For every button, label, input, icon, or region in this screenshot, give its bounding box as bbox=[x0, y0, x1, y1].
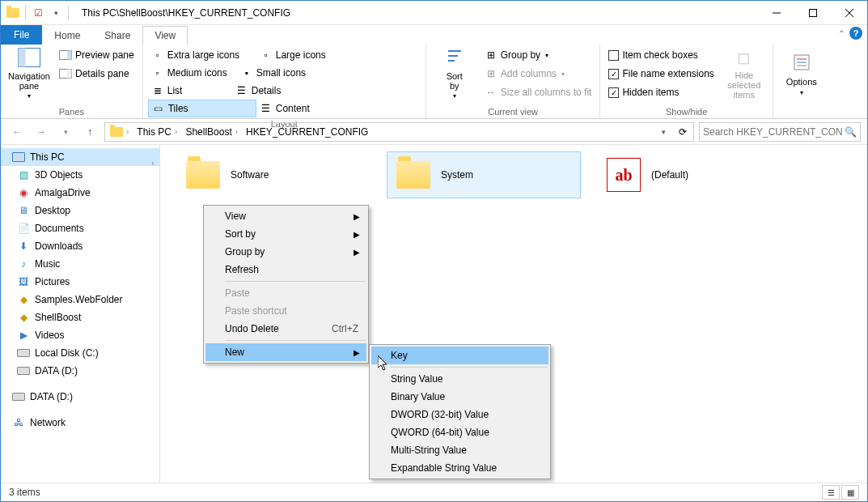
status-text: 3 items bbox=[9, 487, 40, 498]
tree-item[interactable]: 📄Documents bbox=[1, 219, 159, 237]
tile-item[interactable]: Software bbox=[176, 151, 370, 198]
qat-dropdown[interactable]: ▾ bbox=[47, 4, 65, 22]
search-input[interactable] bbox=[703, 126, 845, 138]
breadcrumb-item[interactable]: HKEY_CURRENT_CONFIG bbox=[243, 123, 371, 141]
show-hide-group: Item check boxes ✓File name extensions ✓… bbox=[600, 45, 773, 118]
expand-pane-icon[interactable]: ‹ bbox=[148, 147, 158, 179]
context-menu-item[interactable]: Group by▶ bbox=[205, 243, 366, 261]
minimize-button[interactable] bbox=[758, 1, 794, 24]
search-icon: 🔍 bbox=[845, 126, 857, 138]
group-by-button[interactable]: ⊞Group by▾ bbox=[481, 46, 595, 64]
file-extensions-toggle[interactable]: ✓File name extensions bbox=[605, 65, 717, 83]
context-menu-item[interactable]: DWORD (32-bit) Value bbox=[371, 406, 548, 423]
tile-item[interactable]: System bbox=[387, 151, 581, 198]
string-value-icon: ab bbox=[607, 158, 641, 192]
hidden-items-toggle[interactable]: ✓Hidden items bbox=[605, 83, 717, 101]
tiles-button[interactable]: ▭Tiles bbox=[148, 100, 256, 117]
context-menu-item[interactable]: String Value bbox=[371, 370, 548, 388]
tree-item[interactable]: ⬇Downloads bbox=[1, 237, 159, 255]
navigation-pane-button[interactable]: Navigation pane ▾ bbox=[6, 46, 53, 100]
file-tab[interactable]: File bbox=[1, 25, 42, 45]
context-menu-item[interactable]: Undo DeleteCtrl+Z bbox=[205, 320, 366, 338]
content-button[interactable]: ☰Content bbox=[256, 100, 341, 117]
new-submenu: KeyString ValueBinary ValueDWORD (32-bit… bbox=[369, 344, 551, 479]
item-checkboxes-toggle[interactable]: Item check boxes bbox=[605, 46, 717, 64]
context-menu-item: Paste shortcut bbox=[205, 302, 366, 320]
context-menu: View▶Sort by▶Group by▶RefreshPastePaste … bbox=[203, 205, 369, 364]
help-icon[interactable]: ? bbox=[849, 27, 862, 40]
context-menu-item[interactable]: New▶ bbox=[205, 343, 366, 361]
details-pane-button[interactable]: Details pane bbox=[56, 65, 138, 83]
tree-item[interactable]: ▧3D Objects bbox=[1, 166, 159, 184]
tile-label: System bbox=[441, 169, 473, 181]
minimize-ribbon-icon[interactable]: ⌃ bbox=[838, 29, 845, 38]
breadcrumb-item[interactable]: ShellBoost› bbox=[182, 123, 241, 141]
context-menu-item[interactable]: Sort by▶ bbox=[205, 225, 366, 243]
folder-icon bbox=[396, 161, 430, 189]
tree-item[interactable]: DATA (D:) bbox=[1, 388, 159, 406]
current-view-group: Sort by ▾ ⊞Group by▾ ⊞Add columns▾ ↔Size… bbox=[426, 45, 601, 118]
tile-label: Software bbox=[231, 169, 269, 181]
maximize-button[interactable] bbox=[794, 1, 831, 24]
tile-label: (Default) bbox=[651, 169, 688, 181]
options-group: Options ▾ bbox=[773, 45, 830, 118]
breadcrumb-item[interactable]: This PC› bbox=[133, 123, 180, 141]
up-button[interactable]: ↑ bbox=[80, 122, 100, 142]
medium-icons-button[interactable]: ▫Medium icons bbox=[148, 64, 237, 82]
context-menu-item[interactable]: Expandable String Value bbox=[371, 459, 548, 477]
options-button[interactable]: Options ▾ bbox=[778, 46, 825, 100]
tree-item-this-pc[interactable]: This PC bbox=[1, 148, 159, 166]
tree-item[interactable]: ◉AmalgaDrive bbox=[1, 184, 159, 202]
search-box[interactable]: 🔍 bbox=[699, 122, 861, 142]
navigation-pane[interactable]: ‹ This PC ▧3D Objects ◉AmalgaDrive 🖥Desk… bbox=[1, 145, 160, 483]
quick-access-toolbar: ☑ ▾ bbox=[1, 4, 75, 22]
tree-item[interactable]: 🖼Pictures bbox=[1, 273, 159, 291]
tile-item[interactable]: ab (Default) bbox=[597, 151, 791, 198]
recent-button[interactable]: ▾ bbox=[56, 122, 75, 142]
context-menu-item[interactable]: View▶ bbox=[205, 207, 366, 225]
close-button[interactable] bbox=[831, 1, 867, 24]
tree-item[interactable]: ◆ShellBoost bbox=[1, 308, 159, 326]
tree-item-network[interactable]: 🖧Network bbox=[1, 414, 159, 432]
tree-item[interactable]: 🖥Desktop bbox=[1, 202, 159, 219]
hide-selected-button[interactable]: ◻ Hide selected items bbox=[721, 46, 768, 100]
context-menu-item[interactable]: Multi-String Value bbox=[371, 441, 548, 459]
large-icons-button[interactable]: ▫Large icons bbox=[256, 46, 341, 64]
history-dropdown[interactable]: ▾ bbox=[654, 123, 672, 141]
add-columns-button[interactable]: ⊞Add columns▾ bbox=[481, 65, 595, 83]
forward-button[interactable]: → bbox=[32, 122, 51, 142]
extra-large-icons-button[interactable]: ▫Extra large icons bbox=[148, 46, 256, 64]
context-menu-item[interactable]: Refresh bbox=[205, 261, 366, 279]
list-button[interactable]: ≣List bbox=[148, 82, 232, 100]
size-all-columns-button[interactable]: ↔Size all columns to fit bbox=[481, 83, 595, 101]
address-bar[interactable]: › This PC› ShellBoost› HKEY_CURRENT_CONF… bbox=[104, 122, 694, 142]
back-button[interactable]: ← bbox=[7, 122, 27, 142]
context-menu-item[interactable]: Key bbox=[371, 347, 548, 364]
properties-button[interactable]: ☑ bbox=[29, 4, 47, 22]
small-icons-button[interactable]: ▪Small icons bbox=[237, 64, 345, 82]
address-row: ← → ▾ ↑ › This PC› ShellBoost› HKEY_CURR… bbox=[1, 119, 867, 145]
tree-item[interactable]: ♪Music bbox=[1, 255, 159, 273]
tree-item[interactable]: Local Disk (C:) bbox=[1, 344, 159, 362]
svg-rect-1 bbox=[809, 9, 816, 16]
context-menu-item[interactable]: QWORD (64-bit) Value bbox=[371, 423, 548, 441]
home-tab[interactable]: Home bbox=[42, 26, 92, 45]
context-menu-item[interactable]: Binary Value bbox=[371, 388, 548, 406]
folder-icon bbox=[186, 161, 220, 189]
details-button[interactable]: ☰Details bbox=[232, 82, 321, 100]
share-tab[interactable]: Share bbox=[92, 26, 142, 45]
details-view-button[interactable]: ☰ bbox=[822, 485, 840, 500]
view-tab[interactable]: View bbox=[142, 26, 188, 45]
large-icons-view-button[interactable]: ▦ bbox=[841, 485, 859, 500]
tree-item[interactable]: ◆Samples.WebFolder bbox=[1, 291, 159, 308]
tree-item[interactable]: ▶Videos bbox=[1, 326, 159, 344]
folder-icon bbox=[4, 4, 22, 22]
preview-pane-button[interactable]: Preview pane bbox=[56, 46, 138, 64]
sort-by-button[interactable]: Sort by ▾ bbox=[431, 46, 478, 100]
refresh-button[interactable]: ⟳ bbox=[674, 123, 692, 141]
tree-item[interactable]: DATA (D:) bbox=[1, 362, 159, 380]
ribbon-tabs: File Home Share View ⌃ ? bbox=[1, 25, 867, 45]
show-hide-group-label: Show/hide bbox=[605, 105, 767, 118]
context-menu-item: Paste bbox=[205, 284, 366, 302]
ribbon: Navigation pane ▾ Preview pane Details p… bbox=[1, 45, 867, 119]
